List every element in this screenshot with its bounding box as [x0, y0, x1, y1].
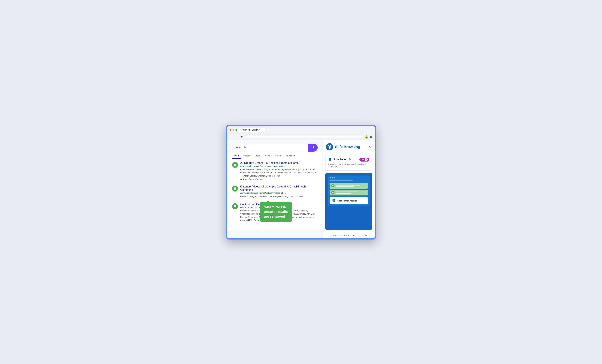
safe-search-row: Safe Search is ON ✓ — [328, 158, 369, 162]
search-tabs: Web Images Video News More ▾ Anytime ▾ — [227, 152, 322, 159]
search-button[interactable] — [308, 144, 318, 152]
safe-search-shield-icon — [328, 158, 332, 161]
result-title-2[interactable]: Category:Videos of creampie (sexual act)… — [240, 185, 318, 192]
menu-button[interactable]: ☰ — [370, 135, 373, 138]
illus-shield-icon-2 — [332, 192, 334, 194]
active-tab[interactable]: cream pie - Search ✕ — [239, 128, 265, 132]
illus-result-shield-2 — [331, 191, 334, 194]
address-bar-row: ← → ↻ 🔒 ☰ — [229, 134, 373, 140]
result-body-2: Category:Videos of creampie (sexual act)… — [240, 185, 318, 198]
result-author-1: Author: Grace Mannon — [240, 178, 318, 180]
illus-dot — [330, 177, 331, 178]
tab-video[interactable]: Video — [253, 153, 263, 159]
lock-icon[interactable]: 🔒 — [365, 135, 369, 139]
result-body-1: 29 Dreamy Cream Pie Recipes | Taste of H… — [240, 161, 318, 181]
illus-result-2 — [330, 190, 368, 196]
illus-dots — [330, 177, 368, 178]
tab-web[interactable]: Web — [232, 153, 241, 159]
illus-browser: Safe search results — [328, 176, 370, 206]
browser-content: cream pie Web Images Video News More ▾ A… — [227, 140, 375, 238]
search-input[interactable]: cream pie — [232, 144, 308, 151]
search-bar-wrapper: cream pie — [227, 140, 322, 152]
shield-icon-3 — [233, 205, 237, 208]
reload-button[interactable]: ↻ — [240, 135, 243, 139]
tooltip-line2: unsafe results — [264, 210, 288, 214]
panel-footer: Private Policy EULA FAQ Contact Us — [323, 232, 375, 238]
search-icon — [311, 146, 314, 149]
illus-result-shield-1 — [331, 184, 334, 187]
expand-icon[interactable]: ⤢ — [371, 129, 373, 131]
illus-dot — [332, 177, 333, 178]
illus-result-1 — [330, 183, 368, 189]
panel-header: Safe Browsing ⚙ — [323, 140, 375, 153]
footer-link-eula[interactable]: EULA — [344, 234, 349, 236]
svg-point-0 — [312, 146, 313, 148]
safe-filter-tooltip: Safe filter ON: unsafe results are remov… — [260, 202, 292, 222]
result-shield-2 — [232, 186, 238, 192]
tooltip-line3: are removed — [264, 214, 285, 218]
panel-title: Safe Browsing — [335, 145, 367, 149]
illus-badge-shield-icon — [332, 199, 336, 203]
tab-anytime[interactable]: Anytime ▾ — [284, 153, 298, 159]
illus-shield-icon-1 — [332, 185, 334, 187]
safe-search-box: Safe Search is ON ✓ Unsafe content from … — [325, 155, 372, 171]
traffic-light-green — [235, 129, 237, 131]
illus-line — [336, 193, 351, 194]
result-item-2: Category:Videos of creampie (sexual act)… — [232, 185, 318, 198]
search-area: cream pie Web Images Video News More ▾ A… — [227, 140, 322, 238]
tab-close-icon[interactable]: ✕ — [259, 129, 260, 131]
shield-icon — [233, 163, 237, 166]
on-label: ON — [361, 158, 364, 161]
illus-badge-text: Safe search results — [337, 199, 357, 202]
tab-label: cream pie - Search — [242, 129, 258, 131]
panel-illustration: Safe search results — [325, 173, 372, 230]
tab-bar: cream pie - Search ✕ + — [239, 128, 369, 132]
gear-icon[interactable]: ⚙ — [369, 145, 372, 149]
footer-link-contact[interactable]: Contact Us — [358, 234, 367, 236]
illus-result-lines-1 — [336, 185, 366, 187]
illus-safe-results-badge: Safe search results — [330, 197, 368, 204]
result-title-1[interactable]: 29 Dreamy Cream Pie Recipes | Taste of H… — [240, 161, 318, 165]
result-item: 29 Dreamy Cream Pie Recipes | Taste of H… — [232, 161, 318, 181]
result-shield-3 — [232, 203, 238, 209]
shield-icon-2 — [233, 187, 237, 190]
search-input-row: cream pie — [232, 144, 318, 152]
illus-line — [336, 192, 357, 192]
safe-search-label: Safe Search is — [333, 158, 358, 161]
new-tab-button[interactable]: + — [266, 128, 270, 132]
svg-line-1 — [313, 148, 314, 148]
result-url-2: commons.wikimedia.org/wiki/Category:Vide… — [240, 192, 318, 194]
footer-link-faq[interactable]: FAQ — [352, 234, 355, 236]
address-bar[interactable] — [245, 135, 363, 138]
tab-more[interactable]: More ▾ — [272, 153, 284, 159]
illus-address-bar — [330, 180, 353, 181]
footer-link-privacy[interactable]: Private Policy — [331, 234, 342, 236]
illus-dot — [333, 177, 335, 178]
illus-line — [336, 185, 360, 186]
back-button[interactable]: ← — [229, 135, 233, 139]
illus-line — [336, 186, 354, 187]
traffic-light-red — [229, 129, 231, 131]
result-desc-1: Creamy Pineapple Pie is a light and refr… — [240, 168, 318, 177]
safe-browsing-panel: Safe Browsing ⚙ Safe Search is ON ✓ — [322, 140, 375, 238]
traffic-light-yellow — [232, 129, 234, 131]
browser-chrome: cream pie - Search ✕ + ⤢ ← → ↻ 🔒 ☰ — [227, 126, 375, 140]
tab-images[interactable]: Images — [241, 153, 253, 159]
tab-news[interactable]: News — [263, 153, 273, 159]
result-shield-1 — [232, 162, 238, 168]
check-circle-icon: ✓ — [365, 158, 368, 161]
browser-frame: cream pie - Search ✕ + ⤢ ← → ↻ 🔒 ☰ cream… — [226, 125, 376, 239]
safe-search-desc: Unsafe content from your search results … — [328, 163, 369, 168]
illus-result-lines-2 — [336, 192, 366, 194]
panel-shield-icon — [326, 143, 333, 150]
svg-rect-5 — [329, 146, 330, 147]
tooltip-line1: Safe filter ON: — [264, 205, 288, 209]
svg-point-6 — [329, 147, 330, 147]
on-badge: ON ✓ — [359, 158, 370, 162]
traffic-lights — [229, 129, 237, 131]
result-desc-2: Media in category "Videos of creampie (s… — [240, 195, 318, 198]
title-bar: cream pie - Search ✕ + ⤢ — [229, 128, 373, 132]
forward-button[interactable]: → — [235, 135, 239, 139]
result-url-1: www.tasteofhome.com/collection/cream-pie… — [240, 165, 318, 167]
